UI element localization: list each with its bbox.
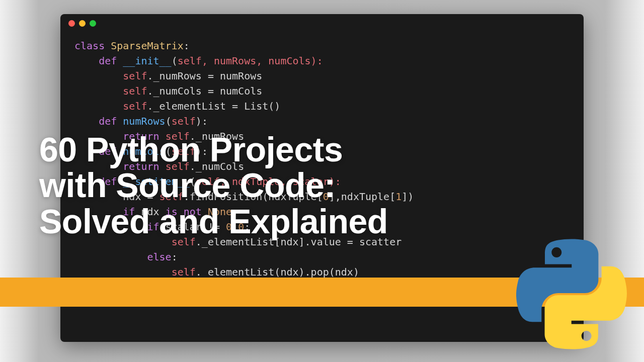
code-token: SparseMatrix <box>111 40 184 52</box>
code-token <box>74 100 123 112</box>
code-token <box>74 266 172 278</box>
headline-line: with Source Code: <box>39 167 388 203</box>
python-logo-icon <box>516 239 627 349</box>
code-token: else <box>147 251 172 263</box>
code-token <box>74 85 123 97</box>
code-token: __init__ <box>123 55 171 67</box>
code-token: ._numCols = numCols <box>147 85 263 97</box>
code-token: def <box>74 115 123 127</box>
code-token: ._numRows = numRows <box>147 70 263 82</box>
code-token: def <box>74 55 123 67</box>
headline-title: 60 Python Projects with Source Code: Sol… <box>39 132 388 239</box>
code-token: : <box>172 251 178 263</box>
code-token <box>74 70 123 82</box>
code-token: self <box>172 115 196 127</box>
code-token: , numRows, numCols): <box>202 55 323 67</box>
headline-line: 60 Python Projects <box>39 132 388 167</box>
code-token: self <box>123 70 147 82</box>
code-token: numRows <box>123 115 165 127</box>
headline-line: Solved and Explained <box>39 204 388 239</box>
code-token: 1 <box>395 191 401 203</box>
code-token: self <box>172 266 196 278</box>
code-token: ): <box>196 115 208 127</box>
code-token: self <box>123 85 147 97</box>
code-token <box>74 251 147 263</box>
code-token: ( <box>166 115 172 127</box>
code-token: ._elementList = List() <box>147 100 281 112</box>
maximize-icon <box>90 20 96 27</box>
code-token: class <box>74 40 111 52</box>
code-token: self <box>178 55 202 67</box>
minimize-icon <box>79 20 86 27</box>
code-token: ._elementList(ndx).pop(ndx) <box>196 266 359 278</box>
code-token: : <box>184 40 190 52</box>
code-token: self <box>123 100 147 112</box>
window-titlebar <box>60 14 584 32</box>
code-token: ]) <box>401 191 414 203</box>
code-token: ( <box>172 55 178 67</box>
close-icon <box>68 20 75 27</box>
